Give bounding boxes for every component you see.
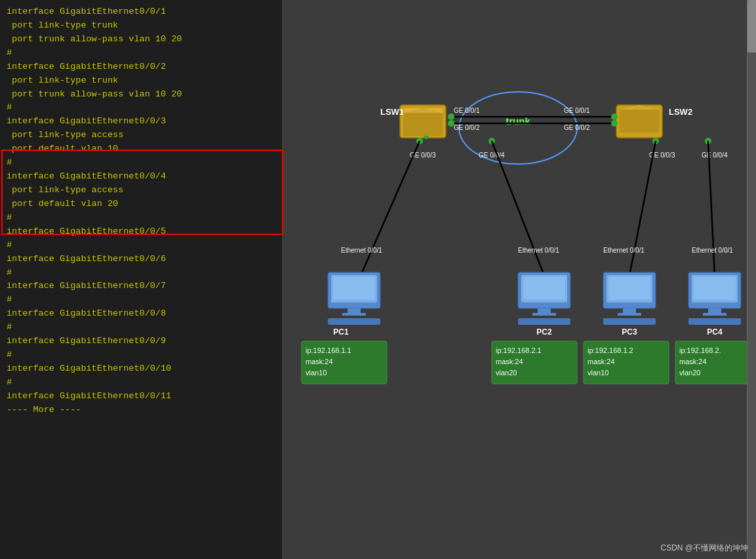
term-line-2: port link-type trunk	[7, 19, 282, 33]
pc4-ip: ip:192.168.2.	[679, 346, 721, 354]
pc4-eth-label: Ethernet 0/0/1	[692, 247, 733, 254]
svg-rect-29	[348, 308, 361, 314]
svg-rect-47	[708, 308, 721, 314]
term-line-18: #	[7, 239, 282, 253]
network-diagram: trunk LSW1 LSW2 GE 0/0/1 GE 0/0/2 GE 0/0…	[282, 0, 756, 559]
svg-rect-43	[603, 318, 656, 325]
term-line-11: port default vlan 10	[7, 142, 282, 156]
lsw1-label: LSW1	[380, 107, 404, 117]
term-line-30: ---- More ----	[7, 404, 282, 417]
pc4-mask: mask:24	[679, 358, 707, 365]
term-line-1: interface GigabitEthernet0/0/1	[7, 5, 282, 19]
svg-rect-31	[328, 318, 380, 325]
svg-point-14	[448, 114, 454, 120]
svg-rect-40	[608, 277, 650, 300]
term-line-21: interface GigabitEthernet0/0/7	[7, 280, 282, 293]
term-line-28: #	[7, 376, 282, 390]
term-line-10: port link-type access	[7, 129, 282, 142]
pc2-label: PC2	[536, 327, 552, 337]
svg-rect-34	[523, 277, 565, 300]
svg-rect-35	[538, 308, 551, 314]
term-line-15: port default vlan 20	[7, 197, 282, 211]
term-line-14: port link-type access	[7, 184, 282, 197]
pc4-vlan: vlan20	[679, 369, 700, 377]
pc3-ip: ip:192.168.1.2	[587, 346, 633, 354]
svg-rect-42	[618, 313, 641, 316]
term-line-25: interface GigabitEthernet0/0/9	[7, 335, 282, 348]
svg-rect-48	[703, 313, 726, 316]
scrollbar[interactable]	[747, 0, 756, 559]
term-line-24: #	[7, 321, 282, 335]
pc2-vlan: vlan20	[496, 369, 517, 377]
term-line-3: port trunk allow-pass vlan 10 20	[7, 33, 282, 47]
term-line-29: interface GigabitEthernet0/0/11	[7, 390, 282, 404]
svg-rect-28	[333, 277, 375, 300]
term-line-23: interface GigabitEthernet0/0/8	[7, 307, 282, 321]
term-line-17: interface GigabitEthernet0/0/5	[7, 225, 282, 239]
term-line-27: interface GigabitEthernet0/0/10	[7, 362, 282, 376]
pc1-label: PC1	[333, 327, 349, 337]
lsw1-ge001-label: GE 0/0/1	[454, 107, 480, 114]
lsw2-ge002-label: GE 0/0/2	[564, 124, 590, 131]
svg-point-16	[611, 114, 618, 120]
lsw2-label: LSW2	[669, 107, 692, 117]
lsw2-ge004-label: GE 0/0/4	[702, 152, 728, 159]
term-line-6: port link-type trunk	[7, 74, 282, 88]
pc3-mask: mask:24	[587, 358, 615, 365]
pc1-vlan: vlan10	[306, 369, 327, 377]
term-line-20: #	[7, 266, 282, 280]
pc1-ip: ip:192.168.1.1	[306, 346, 351, 354]
term-line-7: port trunk allow-pass vlan 10 20	[7, 88, 282, 102]
lsw1-ge004-label: GE 0/0/4	[479, 152, 505, 159]
pc2-mask: mask:24	[496, 358, 523, 365]
term-line-22: #	[7, 293, 282, 307]
pc3-vlan: vlan10	[587, 369, 608, 377]
term-line-19: interface GigabitEthernet0/0/6	[7, 253, 282, 266]
svg-rect-41	[623, 308, 636, 314]
term-line-4: #	[7, 47, 282, 60]
term-line-12: #	[7, 156, 282, 170]
svg-rect-30	[342, 313, 366, 316]
pc3-label: PC3	[622, 327, 637, 337]
term-line-26: #	[7, 348, 282, 362]
pc4-label: PC4	[707, 327, 723, 337]
svg-rect-8	[403, 113, 443, 136]
svg-rect-37	[518, 318, 570, 325]
svg-rect-11	[620, 110, 659, 133]
scrollbar-thumb[interactable]	[747, 0, 756, 52]
terminal-panel: interface GigabitEthernet0/0/1 port link…	[0, 0, 288, 559]
svg-rect-49	[688, 318, 741, 325]
pc1-eth-label: Ethernet 0/0/1	[341, 247, 382, 254]
svg-point-17	[611, 120, 618, 127]
pc2-ip: ip:192.168.2.1	[496, 346, 542, 354]
lsw1-ge002-label: GE 0/0/2	[454, 124, 480, 131]
term-line-9: interface GigabitEthernet0/0/3	[7, 115, 282, 129]
term-line-8: #	[7, 101, 282, 115]
term-line-5: interface GigabitEthernet0/0/2	[7, 60, 282, 74]
svg-rect-36	[532, 313, 556, 316]
pc1-mask: mask:24	[306, 358, 333, 365]
pc3-eth-label: Ethernet 0/0/1	[603, 247, 645, 254]
svg-rect-46	[694, 277, 736, 300]
term-line-13: interface GigabitEthernet0/0/4	[7, 170, 282, 184]
pc2-eth-label: Ethernet 0/0/1	[518, 247, 559, 254]
attribution: CSDN @不懂网络的坤坤	[660, 543, 748, 554]
term-line-16: #	[7, 211, 282, 225]
lsw2-ge001-label: GE 0/0/1	[564, 107, 590, 114]
